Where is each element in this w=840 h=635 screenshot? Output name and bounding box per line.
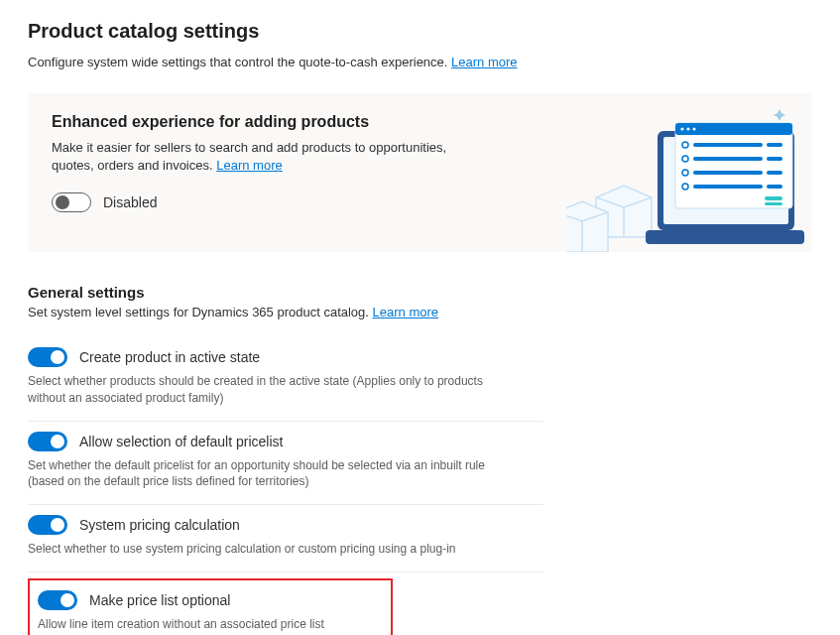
svg-rect-12 (693, 157, 763, 161)
svg-point-5 (680, 127, 683, 130)
page-learn-more-link[interactable]: Learn more (451, 55, 517, 69)
allow-default-pricelist-help: Set whether the default pricelist for an… (28, 457, 524, 491)
general-settings-description: Set system level settings for Dynamics 3… (28, 305, 812, 319)
hero-description: Make it easier for sellers to search and… (52, 139, 448, 175)
svg-rect-3 (675, 123, 792, 208)
general-settings-section: General settings Set system level settin… (28, 284, 812, 635)
svg-rect-16 (767, 171, 782, 175)
enhanced-experience-toggle-status: Disabled (103, 194, 157, 210)
make-pricelist-optional-toggle[interactable] (38, 590, 77, 610)
system-pricing-help: Select whether to use system pricing cal… (28, 541, 524, 558)
hero-learn-more-link[interactable]: Learn more (216, 158, 282, 173)
setting-create-product-active: Create product in active state Select wh… (28, 337, 543, 422)
setting-allow-default-pricelist: Allow selection of default pricelist Set… (28, 422, 543, 506)
setting-make-pricelist-optional: Make price list optional Allow line item… (38, 584, 383, 633)
make-pricelist-optional-help: Allow line item creation without an asso… (38, 616, 383, 633)
system-pricing-label: System pricing calculation (79, 517, 240, 533)
svg-rect-10 (767, 143, 782, 147)
svg-rect-13 (767, 157, 782, 161)
highlighted-setting-box: Make price list optional Allow line item… (28, 578, 393, 635)
svg-rect-19 (767, 185, 782, 189)
svg-point-7 (692, 127, 695, 130)
general-settings-description-text: Set system level settings for Dynamics 3… (28, 305, 369, 319)
page-description: Configure system wide settings that cont… (28, 55, 812, 69)
create-product-active-toggle[interactable] (28, 347, 67, 367)
general-learn-more-link[interactable]: Learn more (373, 305, 438, 319)
make-pricelist-optional-label: Make price list optional (89, 592, 230, 608)
allow-default-pricelist-toggle[interactable] (28, 432, 67, 451)
setting-system-pricing: System pricing calculation Select whethe… (28, 505, 543, 572)
system-pricing-toggle[interactable] (28, 515, 67, 535)
create-product-active-help: Select whether products should be create… (28, 373, 524, 407)
svg-rect-21 (765, 202, 782, 205)
svg-rect-20 (765, 196, 782, 200)
allow-default-pricelist-label: Allow selection of default pricelist (79, 434, 283, 449)
svg-rect-9 (693, 143, 763, 147)
svg-point-6 (686, 127, 689, 130)
svg-rect-2 (646, 230, 804, 244)
create-product-active-label: Create product in active state (79, 349, 260, 365)
enhanced-experience-toggle[interactable] (52, 192, 91, 212)
page-description-text: Configure system wide settings that cont… (28, 55, 447, 69)
hero-illustration (566, 103, 804, 252)
svg-rect-15 (693, 171, 763, 175)
page-title: Product catalog settings (28, 20, 812, 43)
enhanced-experience-card: Enhanced experience for adding products … (28, 93, 812, 252)
svg-rect-18 (693, 185, 763, 189)
general-settings-title: General settings (28, 284, 812, 301)
